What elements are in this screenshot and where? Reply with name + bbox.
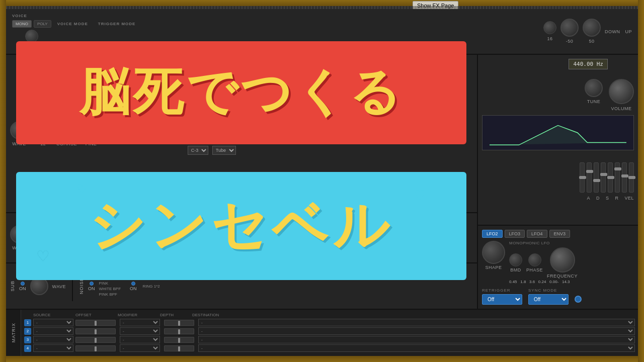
glide-knob[interactable]	[25, 30, 38, 43]
sync-mode-label: SYNC MODE	[528, 288, 569, 293]
matrix-destination-3[interactable]: -	[198, 336, 635, 343]
d-label: D	[596, 196, 600, 201]
source-header: SOURCE	[33, 313, 73, 317]
lfo4-tab[interactable]: LFO4	[527, 230, 547, 238]
filter-graph-container	[482, 115, 634, 150]
matrix-num-4: 4	[24, 345, 31, 352]
noise-led[interactable]	[90, 282, 94, 286]
matrix-vert-label: MATRIX	[11, 323, 16, 342]
wood-border-left	[0, 0, 6, 362]
voice-mode-label: VOICE MODE	[57, 22, 88, 26]
tune-knob[interactable]	[585, 79, 603, 97]
osc1-coarse-knob[interactable]	[58, 121, 76, 139]
sync-mode-dropdown[interactable]: Off	[528, 294, 569, 305]
matrix-modifier-4[interactable]: -	[120, 344, 160, 352]
sub-level-knob[interactable]	[30, 277, 48, 295]
osc1-wave-knob[interactable]	[10, 121, 28, 139]
noise-pinkbpf-label: PINK BPF	[99, 292, 121, 297]
osc2-wave-knob[interactable]	[10, 225, 28, 243]
cutoff-label: CUTOFF	[232, 112, 272, 117]
matrix-depth-1[interactable]	[164, 320, 194, 326]
voice-label: VOICE	[12, 14, 51, 18]
key-follow-knob[interactable]	[199, 122, 217, 140]
matrix-num-2: 2	[24, 328, 31, 335]
main-panel: VOICE MONO POLY GLIDE VOICE MODE TRIGGER…	[6, 6, 638, 356]
osc2-wave: WAVE	[10, 225, 28, 250]
filter-graph	[482, 115, 634, 150]
glide-control: GLIDE	[12, 30, 51, 49]
eq-slider-1[interactable]	[580, 162, 585, 193]
noise-vert-label: NOISE	[79, 278, 84, 294]
knob-3[interactable]	[583, 19, 601, 37]
matrix-source-1[interactable]: -	[33, 319, 73, 326]
matrix-source-2[interactable]: -	[33, 327, 73, 335]
poly-button[interactable]: POLY	[34, 20, 51, 28]
matrix-depth-2[interactable]	[164, 328, 194, 334]
distortion-type-select[interactable]: Tube	[212, 146, 236, 155]
matrix-depth-3[interactable]	[164, 337, 194, 343]
matrix-vert-label-container: MATRIX	[6, 310, 21, 356]
cutoff-knob[interactable]	[239, 119, 265, 144]
matrix-offset-1[interactable]	[75, 320, 116, 326]
ring-on-label: ON	[130, 286, 137, 291]
up-label: UP	[625, 29, 632, 34]
osc-x-label: OTC X	[113, 132, 128, 137]
eq-slider-4[interactable]	[601, 162, 606, 193]
osc1-fine-knob[interactable]	[82, 121, 100, 139]
down-up-group: DOWN UP	[605, 28, 632, 34]
matrix-offset-2[interactable]	[75, 328, 116, 334]
osc1-shape-knob[interactable]	[33, 121, 51, 139]
sub-led[interactable]	[21, 282, 25, 286]
mono-button[interactable]: MONO	[12, 20, 32, 28]
eq-slider-3[interactable]	[594, 162, 599, 193]
matrix-source-4[interactable]: -	[33, 344, 73, 352]
destination-header: DESTINATION	[192, 313, 635, 317]
eq-slider-8[interactable]	[629, 162, 634, 193]
matrix-offset-4[interactable]	[75, 345, 116, 351]
noise-pink-label: PINK	[99, 281, 121, 286]
matrix-destination-1[interactable]: -	[198, 319, 635, 326]
matrix-destination-4[interactable]: -	[198, 344, 635, 352]
distortion-knob[interactable]	[287, 122, 305, 140]
sub-knob-group	[30, 277, 48, 295]
ring-led[interactable]	[131, 282, 135, 286]
eq-slider-2[interactable]	[587, 162, 592, 193]
note-select[interactable]: C-3	[188, 146, 208, 155]
filter-selectors: C-3 Tube	[188, 146, 316, 155]
bmd-ctrl: BMD	[509, 253, 522, 273]
volume-knob[interactable]	[609, 79, 634, 104]
tune-label: TUNE	[587, 99, 601, 104]
osc2-coarse-knob[interactable]	[35, 225, 53, 243]
lfo-circle-indicator	[575, 296, 582, 303]
env3-tab[interactable]: ENV3	[549, 230, 571, 238]
lfo2-tab[interactable]: LFO2	[482, 230, 503, 238]
lfo-shape-knob[interactable]	[482, 241, 505, 264]
matrix-modifier-1[interactable]: -	[120, 319, 160, 326]
eq-slider-5[interactable]	[608, 162, 613, 193]
bmd-label: BMD	[510, 267, 521, 273]
osc2-section: WAVE COARSE FINE	[6, 213, 477, 263]
freq-label: FREQUENCY	[547, 274, 578, 279]
frequency-knob[interactable]	[550, 247, 575, 273]
retrigger-dropdown[interactable]: Off	[482, 294, 522, 305]
eq-slider-7[interactable]	[622, 162, 627, 193]
scrollbar-texture	[6, 6, 638, 9]
matrix-source-3[interactable]: -	[33, 336, 73, 343]
bmd-knob[interactable]	[509, 253, 522, 266]
osc2-fine: FINE	[59, 225, 77, 250]
phase-knob[interactable]	[528, 253, 541, 266]
knob-1[interactable]	[543, 21, 556, 34]
matrix-depth-4[interactable]	[164, 345, 194, 351]
osc1-fine-label: FINE	[86, 141, 97, 146]
sub-wave-label: WAVE	[52, 284, 66, 289]
matrix-modifier-3[interactable]: -	[120, 336, 160, 343]
knob-2[interactable]	[560, 19, 579, 37]
osc2-fine-knob[interactable]	[59, 225, 77, 243]
lfo3-tab[interactable]: LFO3	[505, 230, 525, 238]
eq-slider-6[interactable]	[615, 162, 620, 193]
main-knobs-area: 16 -50 50 DOWN UP	[141, 19, 632, 44]
matrix-destination-2[interactable]: -	[198, 327, 635, 335]
matrix-offset-3[interactable]	[75, 337, 116, 343]
volume-ctrl: VOLUME	[609, 79, 634, 111]
matrix-modifier-2[interactable]: -	[120, 327, 160, 335]
